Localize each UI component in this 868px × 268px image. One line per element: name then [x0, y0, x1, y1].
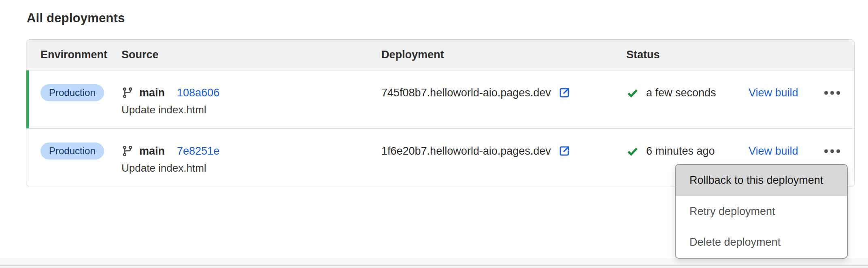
row-actions-ellipsis-button[interactable]	[823, 146, 841, 156]
footer-area	[0, 266, 868, 268]
view-build-link[interactable]: View build	[749, 145, 798, 157]
deployment-url: 745f08b7.helloworld-aio.pages.dev	[381, 87, 551, 99]
environment-badge: Production	[40, 84, 104, 101]
footer-band	[0, 258, 868, 265]
environment-badge: Production	[40, 143, 104, 160]
row-actions-ellipsis-button[interactable]	[823, 88, 841, 98]
commit-link[interactable]: 7e8251e	[177, 145, 219, 157]
git-branch-icon	[121, 87, 134, 99]
table-row: Production main 108a606 Update index.htm…	[26, 70, 854, 128]
column-header-source: Source	[121, 49, 381, 61]
column-header-environment: Environment	[40, 49, 121, 61]
column-header-deployment: Deployment	[381, 49, 626, 61]
column-header-status: Status	[626, 49, 854, 61]
external-link-icon[interactable]	[557, 86, 571, 100]
menu-item-rollback[interactable]: Rollback to this deployment	[676, 165, 847, 196]
commit-link[interactable]: 108a606	[177, 87, 219, 99]
status-time: 6 minutes ago	[646, 145, 715, 157]
success-check-icon	[626, 87, 639, 99]
git-branch-icon	[121, 145, 134, 157]
current-deployment-indicator	[26, 70, 29, 128]
commit-message: Update index.html	[121, 162, 381, 174]
branch-name: main	[139, 87, 165, 99]
commit-message: Update index.html	[121, 104, 381, 116]
deployment-url-link[interactable]: 745f08b7.helloworld-aio.pages.dev	[381, 84, 626, 101]
menu-item-delete[interactable]: Delete deployment	[676, 227, 847, 258]
branch-name: main	[139, 145, 165, 157]
success-check-icon	[626, 145, 639, 157]
row-actions-menu: Rollback to this deployment Retry deploy…	[675, 164, 848, 259]
deployment-url-link[interactable]: 1f6e20b7.helloworld-aio.pages.dev	[381, 143, 626, 160]
external-link-icon[interactable]	[557, 144, 571, 158]
menu-item-retry[interactable]: Retry deployment	[676, 196, 847, 227]
status-time: a few seconds	[646, 87, 716, 99]
deployment-url: 1f6e20b7.helloworld-aio.pages.dev	[381, 145, 551, 157]
page-title: All deployments	[27, 11, 125, 26]
view-build-link[interactable]: View build	[749, 87, 798, 99]
table-header-row: Environment Source Deployment Status	[26, 40, 854, 70]
